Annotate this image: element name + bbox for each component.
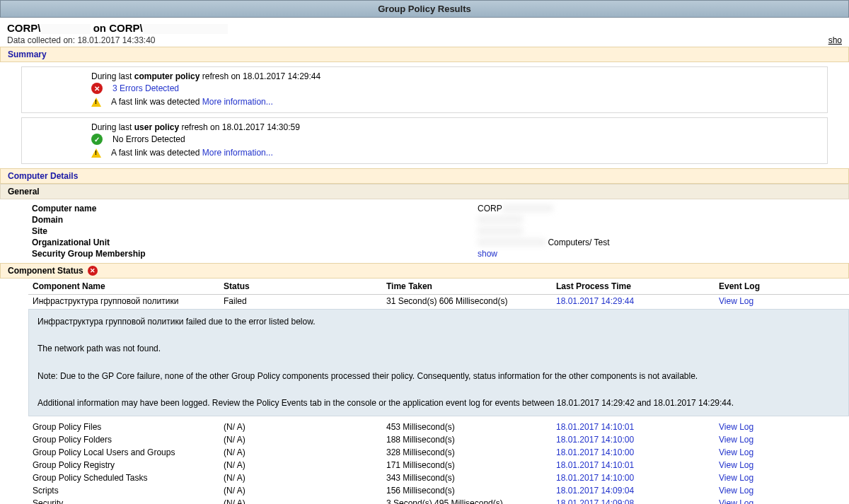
component-time: 171 Millisecond(s)	[382, 459, 552, 471]
col-status: Status	[219, 279, 382, 295]
component-name: Group Policy Local Users and Groups	[28, 446, 219, 459]
component-last-process[interactable]: 18.01.2017 14:29:44	[552, 295, 715, 308]
refresh-line: During last user policy refresh on 18.01…	[91, 122, 821, 132]
col-time-taken: Time Taken	[382, 279, 552, 295]
component-status: (N/ A)	[219, 484, 382, 497]
component-status: (N/ A)	[219, 446, 382, 459]
domain-label: Domain	[32, 215, 478, 225]
component-last-process[interactable]: 18.01.2017 14:10:01	[552, 459, 715, 471]
computer-name-label: Computer name	[32, 204, 478, 213]
view-log-link[interactable]: View Log	[715, 471, 849, 484]
component-name: Security	[28, 497, 219, 504]
success-icon: ✓	[91, 134, 103, 145]
component-time: 3 Second(s) 495 Millisecond(s)	[382, 497, 552, 504]
table-row: Group Policy Folders(N/ A)188 Millisecon…	[28, 433, 849, 446]
component-last-process[interactable]: 18.01.2017 14:10:01	[552, 421, 715, 433]
error-line: Note: Due to the GP Core failure, none o…	[37, 370, 840, 383]
component-time: 453 Millisecond(s)	[382, 421, 552, 433]
redacted-text	[41, 24, 91, 34]
summary-header[interactable]: Summary	[0, 47, 849, 62]
component-name: Инфраструктура групповой политики	[28, 295, 219, 308]
error-line: The network path was not found.	[37, 342, 840, 356]
component-status: (N/ A)	[219, 459, 382, 471]
component-last-process[interactable]: 18.01.2017 14:09:08	[552, 497, 715, 504]
component-table: Component Name Status Time Taken Last Pr…	[28, 279, 849, 307]
sgm-label: Security Group Membership	[32, 249, 478, 259]
error-line: Инфраструктура групповой политики failed…	[37, 315, 840, 329]
identity-mid: on CORP\	[91, 22, 143, 34]
collected-label: Data collected on:	[7, 35, 77, 45]
view-log-link[interactable]: View Log	[715, 497, 849, 504]
col-event-log: Event Log	[715, 279, 849, 295]
component-name: Group Policy Folders	[28, 433, 219, 446]
table-row: Security(N/ A)3 Second(s) 495 Millisecon…	[28, 497, 849, 504]
table-row: Group Policy Registry(N/ A)171 Milliseco…	[28, 459, 849, 471]
component-status: (N/ A)	[219, 433, 382, 446]
fast-link-text: A fast link was detected	[111, 148, 202, 158]
component-last-process[interactable]: 18.01.2017 14:09:04	[552, 484, 715, 497]
component-name: Group Policy Registry	[28, 459, 219, 471]
computer-name-value: CORPXXXXXXXXX	[478, 204, 817, 213]
view-log-link[interactable]: View Log	[715, 295, 849, 308]
view-log-link[interactable]: View Log	[715, 433, 849, 446]
view-log-link[interactable]: View Log	[715, 421, 849, 433]
computer-details-header[interactable]: Computer Details	[0, 168, 849, 184]
component-name: Group Policy Files	[28, 421, 219, 433]
view-log-link[interactable]: View Log	[715, 459, 849, 471]
redacted-text	[143, 24, 228, 34]
component-time: 156 Millisecond(s)	[382, 484, 552, 497]
site-label: Site	[32, 226, 478, 236]
component-time: 188 Millisecond(s)	[382, 433, 552, 446]
col-last-process: Last Process Time	[552, 279, 715, 295]
ou-value: XXXXXXXXXXXX Computers/ Test	[478, 238, 817, 247]
identity-prefix: CORP\	[7, 22, 41, 34]
fast-link-text: A fast link was detected	[111, 97, 202, 107]
domain-value: XXXXXXXX	[478, 215, 817, 225]
col-component-name: Component Name	[28, 279, 219, 295]
component-time: 328 Millisecond(s)	[382, 446, 552, 459]
component-time: 343 Millisecond(s)	[382, 471, 552, 484]
view-log-link[interactable]: View Log	[715, 446, 849, 459]
error-icon: ✕	[88, 266, 98, 276]
window-title: Group Policy Results	[0, 0, 849, 18]
general-grid: Computer name CORPXXXXXXXXX Domain XXXXX…	[0, 199, 849, 263]
sgm-show-link[interactable]: show	[478, 249, 497, 259]
component-status: Failed	[219, 295, 382, 308]
error-detail-box: Инфраструктура групповой политики failed…	[28, 309, 849, 416]
computer-policy-block: During last computer policy refresh on 1…	[21, 66, 828, 113]
computer-policy-bold: computer policy	[134, 71, 200, 81]
view-log-link[interactable]: View Log	[715, 484, 849, 497]
identity-row: CORP\ on CORP\	[0, 18, 849, 35]
errors-detected-link[interactable]: 3 Errors Detected	[112, 83, 179, 93]
warning-icon	[91, 148, 101, 158]
error-line: Additional information may have been log…	[37, 397, 840, 410]
table-row-failed: Инфраструктура групповой политики Failed…	[28, 295, 849, 308]
table-row: Group Policy Scheduled Tasks(N/ A)343 Mi…	[28, 471, 849, 484]
component-time: 31 Second(s) 606 Millisecond(s)	[382, 295, 552, 308]
more-info-link[interactable]: More information...	[202, 97, 273, 107]
ou-label: Organizational Unit	[32, 238, 478, 247]
component-status: (N/ A)	[219, 471, 382, 484]
general-header[interactable]: General	[0, 184, 849, 199]
table-header-row: Component Name Status Time Taken Last Pr…	[28, 279, 849, 295]
table-row: Group Policy Files(N/ A)453 Millisecond(…	[28, 421, 849, 433]
more-info-link[interactable]: More information...	[202, 148, 273, 158]
component-status: (N/ A)	[219, 497, 382, 504]
user-policy-bold: user policy	[134, 122, 179, 132]
collected-row: Data collected on: 18.01.2017 14:33:40 s…	[0, 35, 849, 47]
site-value: XXXXXXXX	[478, 226, 817, 236]
component-status: (N/ A)	[219, 421, 382, 433]
component-last-process[interactable]: 18.01.2017 14:10:00	[552, 446, 715, 459]
component-name: Group Policy Scheduled Tasks	[28, 471, 219, 484]
error-icon: ✕	[91, 83, 103, 94]
component-last-process[interactable]: 18.01.2017 14:10:00	[552, 433, 715, 446]
component-table-rest: Group Policy Files(N/ A)453 Millisecond(…	[28, 421, 849, 504]
user-policy-block: During last user policy refresh on 18.01…	[21, 117, 828, 164]
table-row: Group Policy Local Users and Groups(N/ A…	[28, 446, 849, 459]
component-status-header[interactable]: Component Status ✕	[0, 263, 849, 279]
warning-icon	[91, 98, 101, 107]
collected-value: 18.01.2017 14:33:40	[77, 35, 155, 45]
component-last-process[interactable]: 18.01.2017 14:10:00	[552, 471, 715, 484]
table-row: Scripts(N/ A)156 Millisecond(s)18.01.201…	[28, 484, 849, 497]
show-link[interactable]: sho	[828, 35, 842, 45]
